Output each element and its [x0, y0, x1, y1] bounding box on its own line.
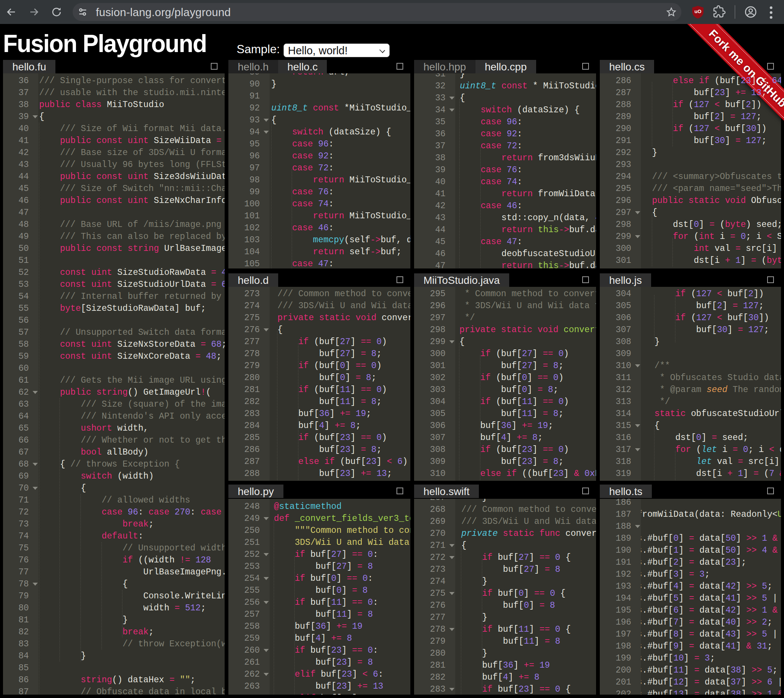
- svg-text:uO: uO: [695, 8, 701, 14]
